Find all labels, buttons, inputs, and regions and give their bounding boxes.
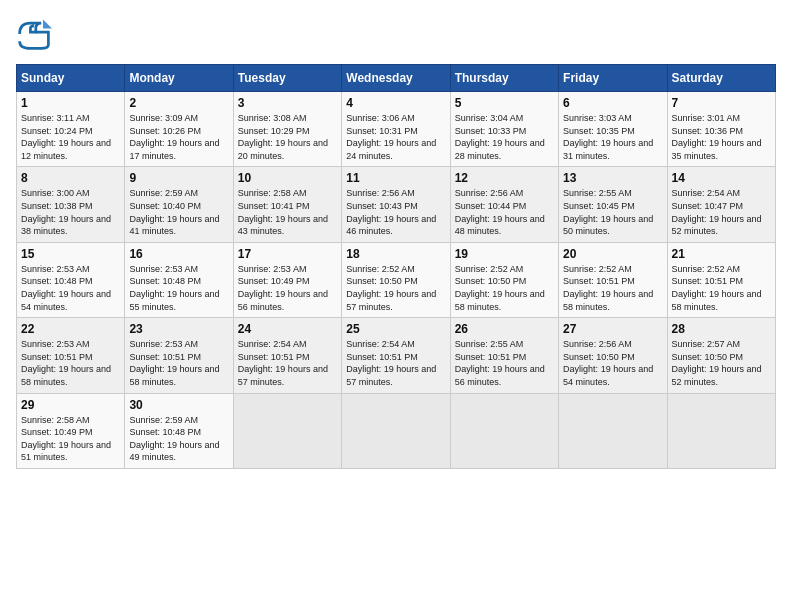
day-cell-15: 15 Sunrise: 2:53 AM Sunset: 10:48 PM Day…: [17, 242, 125, 317]
day-number: 11: [346, 171, 445, 185]
day-number: 1: [21, 96, 120, 110]
header-row: SundayMondayTuesdayWednesdayThursdayFrid…: [17, 65, 776, 92]
day-cell-13: 13 Sunrise: 2:55 AM Sunset: 10:45 PM Day…: [559, 167, 667, 242]
day-cell-2: 2 Sunrise: 3:09 AM Sunset: 10:26 PM Dayl…: [125, 92, 233, 167]
day-info: Sunrise: 3:04 AM Sunset: 10:33 PM Daylig…: [455, 112, 554, 162]
day-number: 8: [21, 171, 120, 185]
calendar-week-4: 22 Sunrise: 2:53 AM Sunset: 10:51 PM Day…: [17, 318, 776, 393]
day-cell-22: 22 Sunrise: 2:53 AM Sunset: 10:51 PM Day…: [17, 318, 125, 393]
day-cell-8: 8 Sunrise: 3:00 AM Sunset: 10:38 PM Dayl…: [17, 167, 125, 242]
day-cell-17: 17 Sunrise: 2:53 AM Sunset: 10:49 PM Day…: [233, 242, 341, 317]
day-number: 15: [21, 247, 120, 261]
calendar-header: SundayMondayTuesdayWednesdayThursdayFrid…: [17, 65, 776, 92]
empty-cell: [667, 393, 775, 468]
day-number: 21: [672, 247, 771, 261]
header-day-sunday: Sunday: [17, 65, 125, 92]
day-info: Sunrise: 2:53 AM Sunset: 10:48 PM Daylig…: [129, 263, 228, 313]
day-info: Sunrise: 2:54 AM Sunset: 10:51 PM Daylig…: [238, 338, 337, 388]
day-info: Sunrise: 2:56 AM Sunset: 10:44 PM Daylig…: [455, 187, 554, 237]
day-cell-27: 27 Sunrise: 2:56 AM Sunset: 10:50 PM Day…: [559, 318, 667, 393]
day-cell-21: 21 Sunrise: 2:52 AM Sunset: 10:51 PM Day…: [667, 242, 775, 317]
empty-cell: [559, 393, 667, 468]
header-day-friday: Friday: [559, 65, 667, 92]
day-info: Sunrise: 2:53 AM Sunset: 10:49 PM Daylig…: [238, 263, 337, 313]
day-cell-12: 12 Sunrise: 2:56 AM Sunset: 10:44 PM Day…: [450, 167, 558, 242]
calendar-week-1: 1 Sunrise: 3:11 AM Sunset: 10:24 PM Dayl…: [17, 92, 776, 167]
day-info: Sunrise: 3:03 AM Sunset: 10:35 PM Daylig…: [563, 112, 662, 162]
page-header: [16, 16, 776, 52]
day-info: Sunrise: 2:55 AM Sunset: 10:45 PM Daylig…: [563, 187, 662, 237]
day-number: 27: [563, 322, 662, 336]
empty-cell: [233, 393, 341, 468]
day-info: Sunrise: 2:57 AM Sunset: 10:50 PM Daylig…: [672, 338, 771, 388]
day-number: 5: [455, 96, 554, 110]
day-cell-18: 18 Sunrise: 2:52 AM Sunset: 10:50 PM Day…: [342, 242, 450, 317]
day-number: 22: [21, 322, 120, 336]
day-cell-3: 3 Sunrise: 3:08 AM Sunset: 10:29 PM Dayl…: [233, 92, 341, 167]
calendar-week-2: 8 Sunrise: 3:00 AM Sunset: 10:38 PM Dayl…: [17, 167, 776, 242]
day-cell-16: 16 Sunrise: 2:53 AM Sunset: 10:48 PM Day…: [125, 242, 233, 317]
day-number: 7: [672, 96, 771, 110]
day-number: 24: [238, 322, 337, 336]
calendar-week-3: 15 Sunrise: 2:53 AM Sunset: 10:48 PM Day…: [17, 242, 776, 317]
day-number: 12: [455, 171, 554, 185]
day-info: Sunrise: 2:54 AM Sunset: 10:51 PM Daylig…: [346, 338, 445, 388]
day-cell-19: 19 Sunrise: 2:52 AM Sunset: 10:50 PM Day…: [450, 242, 558, 317]
day-number: 16: [129, 247, 228, 261]
day-info: Sunrise: 3:09 AM Sunset: 10:26 PM Daylig…: [129, 112, 228, 162]
day-cell-5: 5 Sunrise: 3:04 AM Sunset: 10:33 PM Dayl…: [450, 92, 558, 167]
empty-cell: [450, 393, 558, 468]
day-number: 13: [563, 171, 662, 185]
calendar-body: 1 Sunrise: 3:11 AM Sunset: 10:24 PM Dayl…: [17, 92, 776, 469]
day-number: 9: [129, 171, 228, 185]
day-number: 28: [672, 322, 771, 336]
day-number: 30: [129, 398, 228, 412]
day-cell-24: 24 Sunrise: 2:54 AM Sunset: 10:51 PM Day…: [233, 318, 341, 393]
day-number: 29: [21, 398, 120, 412]
day-cell-1: 1 Sunrise: 3:11 AM Sunset: 10:24 PM Dayl…: [17, 92, 125, 167]
day-cell-30: 30 Sunrise: 2:59 AM Sunset: 10:48 PM Day…: [125, 393, 233, 468]
day-info: Sunrise: 3:08 AM Sunset: 10:29 PM Daylig…: [238, 112, 337, 162]
header-day-monday: Monday: [125, 65, 233, 92]
day-info: Sunrise: 2:52 AM Sunset: 10:50 PM Daylig…: [346, 263, 445, 313]
day-cell-14: 14 Sunrise: 2:54 AM Sunset: 10:47 PM Day…: [667, 167, 775, 242]
day-number: 26: [455, 322, 554, 336]
day-number: 4: [346, 96, 445, 110]
logo-icon: [16, 16, 52, 52]
day-number: 6: [563, 96, 662, 110]
day-cell-9: 9 Sunrise: 2:59 AM Sunset: 10:40 PM Dayl…: [125, 167, 233, 242]
calendar-week-5: 29 Sunrise: 2:58 AM Sunset: 10:49 PM Day…: [17, 393, 776, 468]
day-info: Sunrise: 2:58 AM Sunset: 10:41 PM Daylig…: [238, 187, 337, 237]
day-cell-25: 25 Sunrise: 2:54 AM Sunset: 10:51 PM Day…: [342, 318, 450, 393]
day-number: 14: [672, 171, 771, 185]
logo: [16, 16, 56, 52]
header-day-saturday: Saturday: [667, 65, 775, 92]
day-info: Sunrise: 2:52 AM Sunset: 10:50 PM Daylig…: [455, 263, 554, 313]
day-number: 19: [455, 247, 554, 261]
day-cell-6: 6 Sunrise: 3:03 AM Sunset: 10:35 PM Dayl…: [559, 92, 667, 167]
day-cell-29: 29 Sunrise: 2:58 AM Sunset: 10:49 PM Day…: [17, 393, 125, 468]
day-cell-26: 26 Sunrise: 2:55 AM Sunset: 10:51 PM Day…: [450, 318, 558, 393]
day-info: Sunrise: 3:11 AM Sunset: 10:24 PM Daylig…: [21, 112, 120, 162]
day-info: Sunrise: 2:56 AM Sunset: 10:50 PM Daylig…: [563, 338, 662, 388]
day-info: Sunrise: 2:53 AM Sunset: 10:51 PM Daylig…: [21, 338, 120, 388]
day-cell-7: 7 Sunrise: 3:01 AM Sunset: 10:36 PM Dayl…: [667, 92, 775, 167]
day-number: 20: [563, 247, 662, 261]
day-cell-20: 20 Sunrise: 2:52 AM Sunset: 10:51 PM Day…: [559, 242, 667, 317]
day-number: 17: [238, 247, 337, 261]
day-info: Sunrise: 2:52 AM Sunset: 10:51 PM Daylig…: [563, 263, 662, 313]
day-info: Sunrise: 3:01 AM Sunset: 10:36 PM Daylig…: [672, 112, 771, 162]
day-info: Sunrise: 2:59 AM Sunset: 10:48 PM Daylig…: [129, 414, 228, 464]
day-cell-23: 23 Sunrise: 2:53 AM Sunset: 10:51 PM Day…: [125, 318, 233, 393]
header-day-thursday: Thursday: [450, 65, 558, 92]
day-info: Sunrise: 2:53 AM Sunset: 10:51 PM Daylig…: [129, 338, 228, 388]
day-info: Sunrise: 3:06 AM Sunset: 10:31 PM Daylig…: [346, 112, 445, 162]
day-info: Sunrise: 2:52 AM Sunset: 10:51 PM Daylig…: [672, 263, 771, 313]
day-info: Sunrise: 3:00 AM Sunset: 10:38 PM Daylig…: [21, 187, 120, 237]
day-info: Sunrise: 2:58 AM Sunset: 10:49 PM Daylig…: [21, 414, 120, 464]
day-info: Sunrise: 2:59 AM Sunset: 10:40 PM Daylig…: [129, 187, 228, 237]
day-cell-10: 10 Sunrise: 2:58 AM Sunset: 10:41 PM Day…: [233, 167, 341, 242]
header-day-tuesday: Tuesday: [233, 65, 341, 92]
day-info: Sunrise: 2:55 AM Sunset: 10:51 PM Daylig…: [455, 338, 554, 388]
empty-cell: [342, 393, 450, 468]
